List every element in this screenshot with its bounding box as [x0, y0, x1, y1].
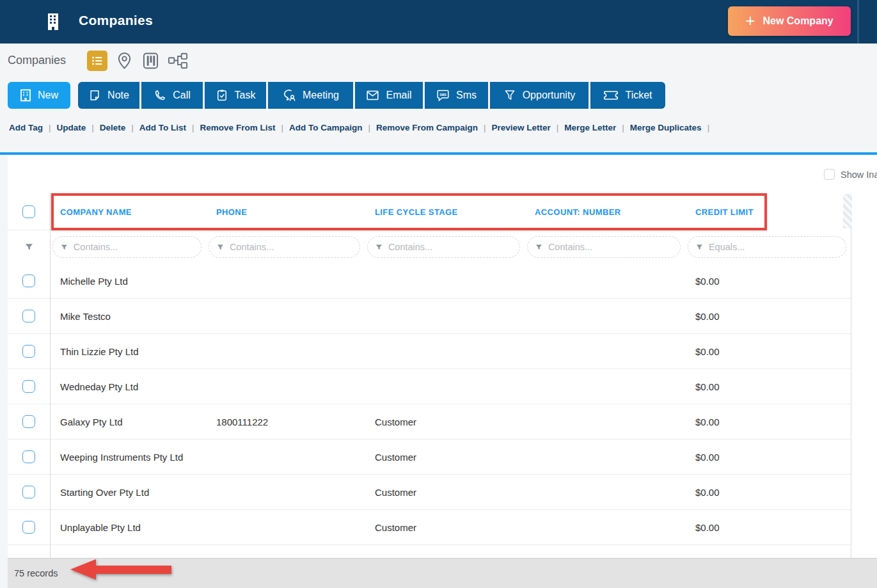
- bulk-actions-row: Add Tag| Update| Delete| Add To List| Re…: [9, 120, 873, 134]
- task-clipboard-icon: [216, 89, 228, 102]
- ticket-button[interactable]: Ticket: [590, 82, 665, 109]
- meeting-label: Meeting: [303, 90, 339, 101]
- hierarchy-view-icon[interactable]: [168, 51, 188, 71]
- table-row[interactable]: Michelle Pty Ltd $0.00: [8, 264, 851, 299]
- table-row[interactable]: Weeping Instruments Pty Ltd Customer $0.…: [8, 440, 851, 475]
- row-checkbox[interactable]: [22, 486, 35, 498]
- note-button[interactable]: Note: [78, 82, 139, 109]
- header-divider: [857, 0, 859, 44]
- bulk-action-merge-duplicates[interactable]: Merge Duplicates: [630, 123, 702, 132]
- sms-label: Sms: [456, 90, 477, 101]
- bulk-action-update[interactable]: Update: [57, 123, 86, 132]
- bulk-action-merge-letter[interactable]: Merge Letter: [564, 123, 616, 132]
- filter-icon[interactable]: [25, 243, 33, 251]
- cell-credit-limit: $0.00: [685, 264, 851, 298]
- sms-bubble-icon: SMS: [436, 89, 450, 102]
- separator: |: [557, 123, 559, 132]
- column-header-phone[interactable]: PHONE: [206, 193, 365, 230]
- opportunity-button[interactable]: Opportunity: [490, 82, 589, 109]
- column-drag-hatch: [843, 194, 852, 228]
- filter-company-name-input[interactable]: [74, 242, 193, 252]
- cell-credit-limit: $0.00: [685, 440, 851, 474]
- bulk-action-add-tag[interactable]: Add Tag: [9, 123, 43, 132]
- filter-life-cycle-stage-input[interactable]: [388, 242, 512, 252]
- bulk-action-remove-from-campaign[interactable]: Remove From Campaign: [376, 123, 478, 132]
- bulk-action-preview-letter[interactable]: Preview Letter: [491, 123, 550, 132]
- funnel-icon: [375, 244, 383, 251]
- table-row[interactable]: Wedneday Pty Ltd $0.00: [8, 369, 851, 404]
- table-right-border: [851, 193, 851, 558]
- email-label: Email: [386, 90, 411, 101]
- new-record-button[interactable]: New: [8, 82, 70, 109]
- separator: |: [49, 123, 51, 132]
- table-row[interactable]: Mike Testco $0.00: [8, 299, 851, 334]
- row-checkbox[interactable]: [22, 380, 35, 393]
- column-header-credit-limit[interactable]: CREDIT LIMIT: [685, 193, 851, 230]
- bulk-action-add-to-list[interactable]: Add To List: [139, 123, 186, 132]
- kanban-view-icon[interactable]: [140, 51, 161, 71]
- companies-table: COMPANY NAME PHONE LIFE CYCLE STAGE ACCO…: [8, 193, 851, 545]
- bulk-action-add-to-campaign[interactable]: Add To Campaign: [289, 123, 363, 132]
- table-row[interactable]: Galaxy Pty Ltd 1800111222 Customer $0.00: [8, 404, 851, 440]
- column-header-company-name[interactable]: COMPANY NAME: [50, 193, 206, 230]
- filter-account-number-input[interactable]: [548, 242, 672, 252]
- new-company-button[interactable]: + New Company: [728, 6, 851, 36]
- note-icon: [88, 89, 101, 102]
- separator: |: [131, 123, 134, 132]
- funnel-icon: [696, 244, 703, 251]
- phone-icon: [154, 89, 166, 102]
- cell-phone: 1800111222: [206, 404, 365, 439]
- column-header-life-cycle-stage[interactable]: LIFE CYCLE STAGE: [365, 193, 525, 230]
- companies-list-panel: Show Ina COMPANY NAME PHONE LIFE CYCLE S…: [8, 155, 877, 558]
- filter-credit-limit-input[interactable]: [709, 242, 838, 252]
- row-checkbox[interactable]: [22, 310, 35, 322]
- table-row[interactable]: Unplayable Pty Ltd Customer $0.00: [8, 510, 851, 545]
- bulk-action-delete[interactable]: Delete: [100, 123, 126, 132]
- action-buttons-row: New Note Call Task: [0, 82, 877, 109]
- cell-phone: [206, 369, 365, 404]
- cell-phone: [206, 440, 365, 474]
- record-count: 75 records: [14, 568, 58, 578]
- separator: |: [707, 123, 710, 132]
- separator: |: [622, 123, 624, 132]
- row-checkbox[interactable]: [22, 415, 35, 428]
- cell-phone: [206, 510, 365, 544]
- column-header-account-number[interactable]: ACCOUNT: NUMBER: [525, 193, 685, 230]
- ticket-label: Ticket: [625, 90, 652, 101]
- map-view-icon[interactable]: [114, 51, 134, 71]
- row-checkbox[interactable]: [22, 521, 35, 534]
- show-inactive-label: Show Ina: [841, 170, 877, 180]
- status-bar: 75 records: [8, 558, 877, 588]
- show-inactive-checkbox[interactable]: [824, 169, 835, 180]
- filter-phone-input[interactable]: [230, 242, 352, 252]
- cell-account-number: [525, 369, 685, 404]
- filter-pill: [52, 236, 201, 258]
- cell-company-name: Unplayable Pty Ltd: [50, 510, 206, 544]
- call-button[interactable]: Call: [141, 82, 203, 109]
- email-button[interactable]: Email: [355, 82, 423, 109]
- row-checkbox[interactable]: [22, 345, 35, 358]
- select-all-checkbox[interactable]: [22, 205, 35, 218]
- bulk-action-remove-from-list[interactable]: Remove From List: [200, 123, 276, 132]
- cell-account-number: [525, 264, 685, 298]
- table-row[interactable]: Thin Lizzie Pty Ltd $0.00: [8, 334, 851, 369]
- cell-company-name: Thin Lizzie Pty Ltd: [50, 334, 206, 369]
- row-checkbox[interactable]: [22, 450, 35, 463]
- filter-pill: [209, 236, 360, 258]
- cell-account-number: [525, 334, 685, 369]
- separator: |: [192, 123, 194, 132]
- row-checkbox[interactable]: [22, 274, 35, 287]
- meeting-button[interactable]: Meeting: [268, 82, 353, 109]
- separator: |: [484, 123, 486, 132]
- cell-life-cycle-stage: Customer: [365, 475, 525, 509]
- funnel-icon: [61, 244, 68, 251]
- task-button[interactable]: Task: [205, 82, 266, 109]
- table-row[interactable]: Starting Over Pty Ltd Customer $0.00: [8, 475, 851, 510]
- funnel-icon: [503, 89, 516, 102]
- cell-company-name: Wedneday Pty Ltd: [50, 369, 206, 404]
- call-label: Call: [173, 90, 191, 101]
- sms-button[interactable]: SMS Sms: [425, 82, 488, 109]
- list-view-icon[interactable]: [87, 51, 107, 71]
- cell-company-name: Weeping Instruments Pty Ltd: [50, 440, 206, 474]
- cell-account-number: [525, 299, 685, 333]
